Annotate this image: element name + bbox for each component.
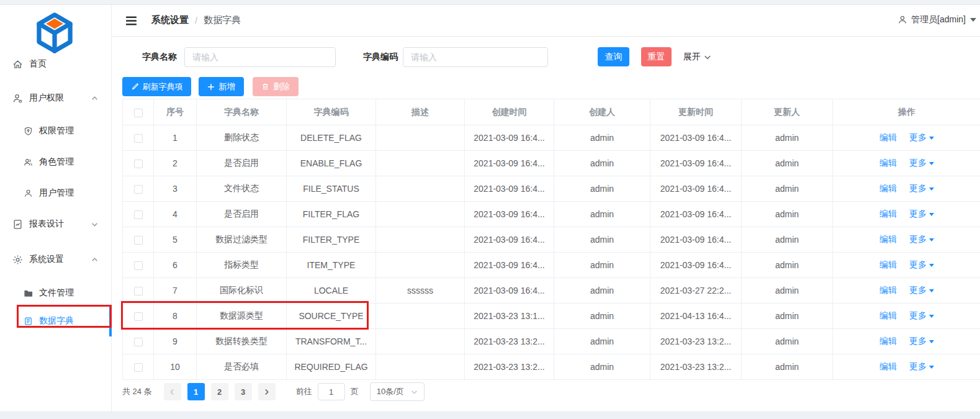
page-size-select[interactable]: 10条/页 <box>370 382 425 401</box>
sidebar-item-report-design[interactable]: 报表设计 <box>0 214 112 235</box>
user-menu[interactable]: 管理员[admin] <box>897 14 976 25</box>
edit-link[interactable]: 编辑 <box>879 361 897 371</box>
expand-toggle[interactable]: 展开 <box>683 47 711 66</box>
goto-page-input[interactable] <box>318 383 345 400</box>
prev-page-button[interactable] <box>164 383 181 400</box>
more-link[interactable]: 更多 <box>909 336 927 346</box>
breadcrumb-current: 数据字典 <box>204 14 241 26</box>
edit-link[interactable]: 编辑 <box>879 285 897 295</box>
dictionary-table: 序号 字典名称 字典编码 描述 创建时间 创建人 更新时间 更新人 操作 1 删… <box>122 99 980 380</box>
caret-down-icon <box>929 366 934 369</box>
row-checkbox[interactable] <box>134 236 143 245</box>
expand-label: 展开 <box>683 52 701 63</box>
row-checkbox[interactable] <box>134 210 143 219</box>
col-header-created: 创建时间 <box>465 99 554 125</box>
trash-icon <box>261 83 269 91</box>
sidebar-item-data-dictionary[interactable]: 数据字典 <box>0 310 112 331</box>
table-row: 1 删除状态 DELETE_FLAG 2021-03-09 16:4... ad… <box>123 125 980 151</box>
page-button-3[interactable]: 3 <box>235 383 252 400</box>
more-link[interactable]: 更多 <box>909 158 927 168</box>
top-navbar: 系统设置 / 数据字典 管理员[admin] <box>112 5 980 37</box>
select-all-checkbox[interactable] <box>134 109 143 117</box>
more-link[interactable]: 更多 <box>909 234 927 244</box>
sidebar-item-home[interactable]: 首页 <box>0 53 112 74</box>
page-size-value: 10条/页 <box>377 386 404 397</box>
edit-link[interactable]: 编辑 <box>879 336 897 346</box>
more-link[interactable]: 更多 <box>909 183 927 193</box>
dict-name-input[interactable] <box>184 47 336 67</box>
dict-code-input[interactable] <box>403 47 548 67</box>
row-checkbox[interactable] <box>134 261 143 270</box>
query-button[interactable]: 查询 <box>598 47 629 66</box>
page-unit-label: 页 <box>351 386 359 397</box>
caret-down-icon <box>929 264 934 267</box>
dict-code-label: 字典编码 <box>363 52 398 63</box>
sidebar-item-label: 文件管理 <box>39 287 74 299</box>
chevron-up-icon <box>91 256 98 263</box>
reset-button[interactable]: 重置 <box>641 47 672 66</box>
caret-down-icon <box>929 340 934 343</box>
row-checkbox[interactable] <box>134 185 143 194</box>
edit-link[interactable]: 编辑 <box>879 234 897 244</box>
edit-link[interactable]: 编辑 <box>879 183 897 193</box>
table-row: 5 数据过滤类型 FILTER_TYPE 2021-03-09 16:4... … <box>123 227 980 253</box>
more-link[interactable]: 更多 <box>909 285 927 295</box>
col-header-updater: 更新人 <box>742 99 833 125</box>
edit-link[interactable]: 编辑 <box>879 158 897 168</box>
caret-down-icon <box>929 162 934 165</box>
table-row: 4 是否启用 FILTER_FLAG 2021-03-09 16:4... ad… <box>123 202 980 227</box>
table-row: 2 是否启用 ENABLE_FLAG 2021-03-09 16:4... ad… <box>123 151 980 176</box>
hamburger-menu-icon[interactable] <box>125 15 138 27</box>
row-checkbox[interactable] <box>134 134 143 143</box>
sidebar-item-label: 系统设置 <box>29 254 64 265</box>
sidebar-item-label: 用户管理 <box>39 187 74 199</box>
more-link[interactable]: 更多 <box>909 259 927 269</box>
more-link[interactable]: 更多 <box>909 361 927 371</box>
col-header-name: 字典名称 <box>197 99 287 125</box>
row-checkbox[interactable] <box>134 160 143 168</box>
row-checkbox[interactable] <box>134 363 143 372</box>
table-row: 9 数据转换类型 TRANSFORM_T... 2021-03-23 13:2.… <box>123 329 980 354</box>
row-checkbox[interactable] <box>134 287 143 295</box>
dict-name-label: 字典名称 <box>142 52 177 63</box>
table-row: 3 文件状态 FILE_STATUS 2021-03-09 16:4... ad… <box>123 176 980 202</box>
col-header-actions: 操作 <box>833 99 980 125</box>
table-row: 10 是否必填 REQUIRED_FLAG 2021-03-23 13:2...… <box>123 354 980 380</box>
chevron-up-icon <box>91 95 98 102</box>
sidebar-item-role-mgmt[interactable]: 角色管理 <box>0 151 112 173</box>
edit-link[interactable]: 编辑 <box>879 310 897 320</box>
edit-link[interactable]: 编辑 <box>879 132 897 142</box>
sidebar-item-permission-mgmt[interactable]: 权限管理 <box>0 120 112 142</box>
caret-down-icon <box>929 289 934 292</box>
edit-link[interactable]: 编辑 <box>879 259 897 269</box>
sidebar: 首页 用户权限 权限管理 角色管理 用户管理 报表设计 <box>0 5 112 412</box>
report-design-icon <box>12 219 23 230</box>
edit-link[interactable]: 编辑 <box>879 209 897 219</box>
refresh-dict-items-button[interactable]: 刷新字典项 <box>122 77 191 96</box>
folder-icon <box>24 289 33 298</box>
sidebar-item-user-permission[interactable]: 用户权限 <box>0 88 112 109</box>
row-checkbox[interactable] <box>134 312 143 321</box>
sidebar-item-file-mgmt[interactable]: 文件管理 <box>0 282 112 304</box>
table-row: 6 指标类型 ITEM_TYPE 2021-03-09 16:4... admi… <box>123 253 980 278</box>
next-page-button[interactable] <box>258 383 276 400</box>
more-link[interactable]: 更多 <box>909 209 927 219</box>
col-header-updated: 更新时间 <box>650 99 742 125</box>
breadcrumb-separator: / <box>195 15 197 25</box>
sidebar-item-system-settings[interactable]: 系统设置 <box>0 249 112 270</box>
page-button-2[interactable]: 2 <box>211 383 228 400</box>
add-button[interactable]: 新增 <box>199 77 244 96</box>
more-link[interactable]: 更多 <box>909 310 927 320</box>
chevron-down-icon <box>91 221 98 228</box>
more-link[interactable]: 更多 <box>909 132 927 142</box>
delete-button[interactable]: 删除 <box>253 77 299 96</box>
sidebar-item-label: 数据字典 <box>39 315 74 327</box>
sidebar-item-user-mgmt[interactable]: 用户管理 <box>0 182 112 204</box>
breadcrumb-section[interactable]: 系统设置 <box>151 14 189 26</box>
col-header-code: 字典编码 <box>287 99 376 125</box>
active-menu-indicator <box>109 307 112 336</box>
user-menu-caret-icon <box>970 18 976 22</box>
row-checkbox[interactable] <box>134 338 143 346</box>
plus-icon <box>207 83 215 91</box>
page-button-1[interactable]: 1 <box>187 383 205 400</box>
